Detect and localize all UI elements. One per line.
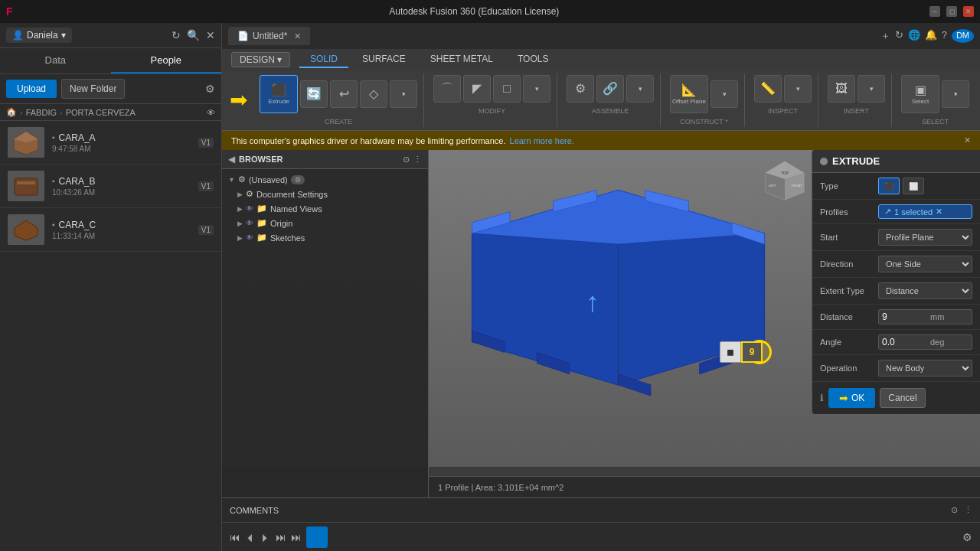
file-version[interactable]: V1	[198, 225, 214, 235]
profiles-selected-badge[interactable]: ↗ 1 selected ✕	[878, 204, 972, 219]
tree-item-named-views[interactable]: ▶ 👁 📁 Named Views	[222, 201, 428, 216]
globe-icon[interactable]: 🌐	[908, 29, 920, 43]
browser-collapse-icon[interactable]: ◀	[228, 154, 235, 165]
svg-marker-6	[472, 190, 765, 244]
browser-filter-icon[interactable]: ⊙	[403, 155, 410, 165]
comments-toggle-icon[interactable]: ⊙	[951, 505, 958, 515]
measure-button[interactable]: 📏	[754, 75, 782, 103]
distance-control: mm	[878, 309, 972, 324]
start-select[interactable]: Profile Plane	[878, 229, 972, 246]
fast-forward-button[interactable]: ⏭	[276, 531, 286, 543]
more-modify-button[interactable]: ▾	[523, 75, 550, 103]
insert-group: 🖼 ▾ INSERT	[822, 73, 892, 127]
breadcrumb-action-icon[interactable]: 👁	[207, 108, 215, 117]
construct-plane-button[interactable]: 📐 Offset Plane	[670, 75, 708, 113]
skip-forward-button[interactable]: ⏭	[291, 531, 302, 543]
select-button[interactable]: ▣ Select	[901, 75, 939, 113]
type-buttons: ⬛ ⬜	[878, 178, 972, 194]
tab-surface[interactable]: SURFACE	[351, 51, 416, 68]
user-avatar[interactable]: DM	[952, 29, 974, 43]
cancel-button[interactable]: Cancel	[880, 388, 925, 408]
component-button[interactable]: ⚙	[567, 75, 594, 103]
loft-button[interactable]: ◇	[360, 80, 387, 108]
refresh-icon[interactable]: ↻	[172, 29, 181, 41]
breadcrumb-fabdig[interactable]: FABDIG	[26, 108, 57, 117]
tab-tools[interactable]: TOOLS	[507, 51, 559, 68]
type-btn-1[interactable]: ⬛	[878, 178, 900, 194]
file-version[interactable]: V1	[198, 181, 214, 191]
skip-back-button[interactable]: ⏮	[230, 531, 240, 543]
revolve-button[interactable]: 🔄	[300, 80, 328, 108]
bell-icon[interactable]: 🔔	[925, 29, 937, 43]
perf-warning-close[interactable]: ✕	[964, 135, 971, 145]
timeline-gear-icon[interactable]: ⚙	[962, 531, 972, 543]
tree-item-sketches[interactable]: ▶ 👁 📁 Sketches	[222, 230, 428, 245]
create-extrude-button[interactable]: ⬛ Extrude	[260, 75, 298, 113]
prev-button[interactable]: ⏴	[245, 531, 256, 543]
restore-button[interactable]: ◻	[946, 6, 957, 17]
info-icon[interactable]: ℹ	[820, 393, 824, 403]
sync-icon[interactable]: ↻	[895, 29, 903, 43]
tab-close-button[interactable]: ✕	[294, 31, 301, 41]
deselect-icon[interactable]: ✕	[936, 207, 942, 217]
tab-people[interactable]: People	[111, 48, 222, 73]
design-menu-button[interactable]: DESIGN ▾	[231, 52, 290, 67]
start-label: Start	[820, 233, 874, 242]
tree-item-doc-settings[interactable]: ▶ ⚙ Document Settings	[222, 187, 428, 201]
file-version[interactable]: V1	[198, 138, 214, 148]
angle-input[interactable]	[882, 337, 928, 347]
search-icon[interactable]: 🔍	[187, 29, 200, 41]
perf-warning-link[interactable]: Learn more here.	[510, 136, 574, 145]
operation-select[interactable]: New Body	[878, 360, 972, 377]
document-tab[interactable]: 📄 Untitled* ✕	[228, 27, 310, 45]
revolve-icon: 🔄	[306, 88, 322, 100]
svg-rect-3	[17, 181, 35, 184]
list-item[interactable]: ▪ CARA_B 10:43:26 AM V1	[0, 165, 221, 208]
insert-image-button[interactable]: 🖼	[828, 75, 855, 103]
view-cube[interactable]: TOP LEFT FRONT	[762, 158, 808, 204]
more-select-button[interactable]: ▾	[942, 80, 969, 108]
tree-item-origin[interactable]: ▶ 👁 📁 Origin	[222, 216, 428, 230]
breadcrumb-home[interactable]: 🏠	[6, 107, 17, 117]
upload-button[interactable]: Upload	[6, 80, 57, 98]
new-folder-button[interactable]: New Folder	[61, 79, 125, 99]
minimize-button[interactable]: ─	[929, 6, 940, 17]
svg-text:TOP: TOP	[781, 171, 789, 175]
more-create-button[interactable]: ▾	[390, 80, 417, 108]
more-inspect-button[interactable]: ▾	[784, 75, 812, 103]
shell-button[interactable]: □	[493, 75, 521, 103]
help-icon[interactable]: ?	[942, 29, 947, 43]
app-container: 👤 Daniela ▾ ↻ 🔍 ✕ Data People Upload New…	[0, 23, 980, 551]
chamfer-button[interactable]: ◤	[463, 75, 491, 103]
list-item[interactable]: ▪ CARA_A 9:47:58 AM V1	[0, 121, 221, 165]
list-item[interactable]: ▪ CARA_C 11:33:14 AM V1	[0, 208, 221, 252]
tree-item-unsaved[interactable]: ▼ ⚙ (Unsaved) ⚙	[222, 172, 428, 187]
joint-button[interactable]: 🔗	[596, 75, 624, 103]
breadcrumb-porta[interactable]: PORTA CERVEZA	[66, 108, 136, 117]
sweep-button[interactable]: ↩	[330, 80, 358, 108]
modify-label: MODIFY	[479, 107, 505, 115]
tab-solid[interactable]: SOLID	[299, 51, 348, 68]
settings-icon[interactable]: ⚙	[205, 83, 215, 95]
comments-more-icon[interactable]: ⋮	[964, 505, 972, 515]
more-assemble-button[interactable]: ▾	[626, 75, 654, 103]
direction-select[interactable]: One Side	[878, 256, 972, 272]
ok-button[interactable]: ➡ OK	[828, 388, 875, 408]
browser-more-icon[interactable]: ⋮	[413, 155, 422, 165]
extrude-input-widget[interactable]: ◼ 9	[720, 341, 763, 363]
more-construct-button[interactable]: ▾	[710, 80, 738, 108]
type-btn-2[interactable]: ⬜	[903, 178, 924, 194]
fillet-button[interactable]: ⌒	[433, 75, 461, 103]
shell-icon: □	[503, 83, 511, 95]
distance-input[interactable]	[882, 311, 928, 322]
more-insert-button[interactable]: ▾	[858, 75, 885, 103]
tab-sheet-metal[interactable]: SHEET METAL	[420, 51, 504, 68]
browser-tree: ▼ ⚙ (Unsaved) ⚙ ▶ ⚙ Document Settings ▶ …	[222, 169, 428, 248]
close-button[interactable]: ✕	[963, 6, 974, 17]
add-tab-icon[interactable]: ＋	[880, 29, 890, 43]
user-badge[interactable]: 👤 Daniela ▾	[6, 28, 72, 43]
close-icon[interactable]: ✕	[206, 29, 215, 41]
play-button[interactable]: ⏵	[260, 531, 271, 543]
extent-select[interactable]: Distance	[878, 282, 972, 299]
tab-data[interactable]: Data	[0, 48, 111, 73]
